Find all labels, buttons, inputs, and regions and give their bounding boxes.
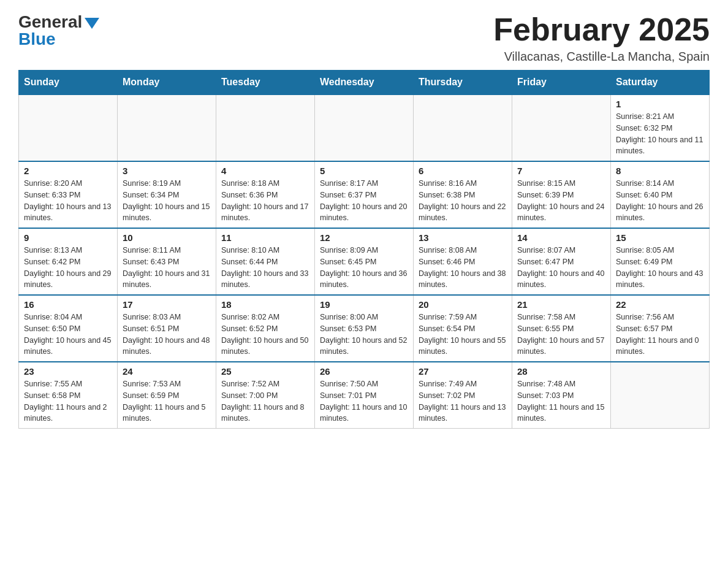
sunrise-text: Sunrise: 7:59 AM <box>419 312 507 323</box>
day-info: Sunrise: 7:59 AMSunset: 6:54 PMDaylight:… <box>419 312 507 358</box>
calendar-cell: 18Sunrise: 8:02 AMSunset: 6:52 PMDayligh… <box>216 295 315 362</box>
calendar-cell: 12Sunrise: 8:09 AMSunset: 6:45 PMDayligh… <box>315 228 414 295</box>
daylight-text: Daylight: 11 hours and 0 minutes. <box>616 335 704 358</box>
sunset-text: Sunset: 6:49 PM <box>616 256 704 268</box>
sunset-text: Sunset: 6:42 PM <box>24 256 112 268</box>
month-title: February 2025 <box>493 12 710 47</box>
day-number: 19 <box>320 299 408 310</box>
sunrise-text: Sunrise: 8:04 AM <box>24 312 112 323</box>
day-number: 23 <box>24 366 112 377</box>
calendar-cell: 10Sunrise: 8:11 AMSunset: 6:43 PMDayligh… <box>118 228 216 295</box>
daylight-text: Daylight: 10 hours and 38 minutes. <box>419 268 507 291</box>
calendar-cell: 5Sunrise: 8:17 AMSunset: 6:37 PMDaylight… <box>315 161 414 228</box>
day-info: Sunrise: 8:14 AMSunset: 6:40 PMDaylight:… <box>616 178 704 224</box>
sunrise-text: Sunrise: 8:02 AM <box>221 312 309 323</box>
sunset-text: Sunset: 6:44 PM <box>221 256 309 268</box>
day-info: Sunrise: 8:08 AMSunset: 6:46 PMDaylight:… <box>419 245 507 291</box>
sunrise-text: Sunrise: 8:18 AM <box>221 178 309 190</box>
col-sunday: Sunday <box>19 71 118 95</box>
calendar-cell: 6Sunrise: 8:16 AMSunset: 6:38 PMDaylight… <box>414 161 512 228</box>
day-number: 27 <box>419 366 507 377</box>
day-info: Sunrise: 7:55 AMSunset: 6:58 PMDaylight:… <box>24 378 112 424</box>
day-number: 15 <box>616 232 704 243</box>
sunrise-text: Sunrise: 8:20 AM <box>24 178 112 190</box>
logo: General Blue <box>18 12 99 49</box>
calendar-cell <box>414 94 512 161</box>
sunrise-text: Sunrise: 7:53 AM <box>123 378 211 390</box>
sunset-text: Sunset: 6:32 PM <box>616 123 704 134</box>
calendar-cell: 24Sunrise: 7:53 AMSunset: 6:59 PMDayligh… <box>118 362 216 429</box>
day-number: 18 <box>221 299 309 310</box>
sunrise-text: Sunrise: 8:10 AM <box>221 245 309 256</box>
calendar-week-row: 23Sunrise: 7:55 AMSunset: 6:58 PMDayligh… <box>19 362 710 429</box>
location-text: Villacanas, Castille-La Mancha, Spain <box>493 50 710 64</box>
sunrise-text: Sunrise: 8:19 AM <box>123 178 211 190</box>
day-info: Sunrise: 8:04 AMSunset: 6:50 PMDaylight:… <box>24 312 112 358</box>
day-info: Sunrise: 8:07 AMSunset: 6:47 PMDaylight:… <box>517 245 605 291</box>
sunset-text: Sunset: 6:37 PM <box>320 190 408 201</box>
day-number: 4 <box>221 166 309 176</box>
daylight-text: Daylight: 10 hours and 48 minutes. <box>123 335 211 358</box>
daylight-text: Daylight: 10 hours and 45 minutes. <box>24 335 112 358</box>
calendar-cell: 25Sunrise: 7:52 AMSunset: 7:00 PMDayligh… <box>216 362 315 429</box>
day-number: 2 <box>24 166 112 176</box>
daylight-text: Daylight: 10 hours and 40 minutes. <box>517 268 605 291</box>
calendar-cell: 1Sunrise: 8:21 AMSunset: 6:32 PMDaylight… <box>611 94 710 161</box>
calendar-cell: 3Sunrise: 8:19 AMSunset: 6:34 PMDaylight… <box>118 161 216 228</box>
day-number: 10 <box>123 232 211 243</box>
calendar-cell: 2Sunrise: 8:20 AMSunset: 6:33 PMDaylight… <box>19 161 118 228</box>
daylight-text: Daylight: 10 hours and 43 minutes. <box>616 268 704 291</box>
sunset-text: Sunset: 6:54 PM <box>419 323 507 335</box>
daylight-text: Daylight: 11 hours and 13 minutes. <box>419 402 507 425</box>
sunrise-text: Sunrise: 8:03 AM <box>123 312 211 323</box>
day-number: 17 <box>123 299 211 310</box>
day-info: Sunrise: 7:52 AMSunset: 7:00 PMDaylight:… <box>221 378 309 424</box>
day-info: Sunrise: 8:02 AMSunset: 6:52 PMDaylight:… <box>221 312 309 358</box>
daylight-text: Daylight: 11 hours and 2 minutes. <box>24 402 112 425</box>
daylight-text: Daylight: 10 hours and 50 minutes. <box>221 335 309 358</box>
calendar-cell <box>19 94 118 161</box>
sunrise-text: Sunrise: 8:17 AM <box>320 178 408 190</box>
sunrise-text: Sunrise: 7:58 AM <box>517 312 605 323</box>
day-number: 24 <box>123 366 211 377</box>
day-info: Sunrise: 8:13 AMSunset: 6:42 PMDaylight:… <box>24 245 112 291</box>
calendar-cell <box>216 94 315 161</box>
daylight-text: Daylight: 10 hours and 24 minutes. <box>517 201 605 224</box>
sunrise-text: Sunrise: 8:21 AM <box>616 111 704 123</box>
page-header: General Blue February 2025 Villacanas, C… <box>18 12 710 64</box>
day-info: Sunrise: 7:58 AMSunset: 6:55 PMDaylight:… <box>517 312 605 358</box>
day-number: 28 <box>517 366 605 377</box>
day-info: Sunrise: 8:18 AMSunset: 6:36 PMDaylight:… <box>221 178 309 224</box>
calendar-cell: 22Sunrise: 7:56 AMSunset: 6:57 PMDayligh… <box>611 295 710 362</box>
calendar-cell: 8Sunrise: 8:14 AMSunset: 6:40 PMDaylight… <box>611 161 710 228</box>
sunrise-text: Sunrise: 8:15 AM <box>517 178 605 190</box>
sunset-text: Sunset: 6:39 PM <box>517 190 605 201</box>
sunset-text: Sunset: 7:00 PM <box>221 390 309 402</box>
calendar-cell: 15Sunrise: 8:05 AMSunset: 6:49 PMDayligh… <box>611 228 710 295</box>
col-monday: Monday <box>118 71 216 95</box>
daylight-text: Daylight: 10 hours and 57 minutes. <box>517 335 605 358</box>
logo-blue-label: Blue <box>18 29 56 49</box>
sunrise-text: Sunrise: 7:56 AM <box>616 312 704 323</box>
day-number: 6 <box>419 166 507 176</box>
sunset-text: Sunset: 6:43 PM <box>123 256 211 268</box>
day-info: Sunrise: 7:56 AMSunset: 6:57 PMDaylight:… <box>616 312 704 358</box>
sunrise-text: Sunrise: 8:16 AM <box>419 178 507 190</box>
sunset-text: Sunset: 6:36 PM <box>221 190 309 201</box>
sunrise-text: Sunrise: 8:11 AM <box>123 245 211 256</box>
sunrise-text: Sunrise: 7:50 AM <box>320 378 408 390</box>
day-info: Sunrise: 8:16 AMSunset: 6:38 PMDaylight:… <box>419 178 507 224</box>
calendar-cell: 20Sunrise: 7:59 AMSunset: 6:54 PMDayligh… <box>414 295 512 362</box>
day-number: 9 <box>24 232 112 243</box>
calendar-cell: 4Sunrise: 8:18 AMSunset: 6:36 PMDaylight… <box>216 161 315 228</box>
sunrise-text: Sunrise: 8:07 AM <box>517 245 605 256</box>
calendar-cell: 21Sunrise: 7:58 AMSunset: 6:55 PMDayligh… <box>512 295 611 362</box>
calendar-cell: 16Sunrise: 8:04 AMSunset: 6:50 PMDayligh… <box>19 295 118 362</box>
day-info: Sunrise: 8:10 AMSunset: 6:44 PMDaylight:… <box>221 245 309 291</box>
day-number: 11 <box>221 232 309 243</box>
calendar-cell: 19Sunrise: 8:00 AMSunset: 6:53 PMDayligh… <box>315 295 414 362</box>
day-number: 14 <box>517 232 605 243</box>
day-number: 26 <box>320 366 408 377</box>
calendar-cell: 23Sunrise: 7:55 AMSunset: 6:58 PMDayligh… <box>19 362 118 429</box>
sunrise-text: Sunrise: 8:00 AM <box>320 312 408 323</box>
